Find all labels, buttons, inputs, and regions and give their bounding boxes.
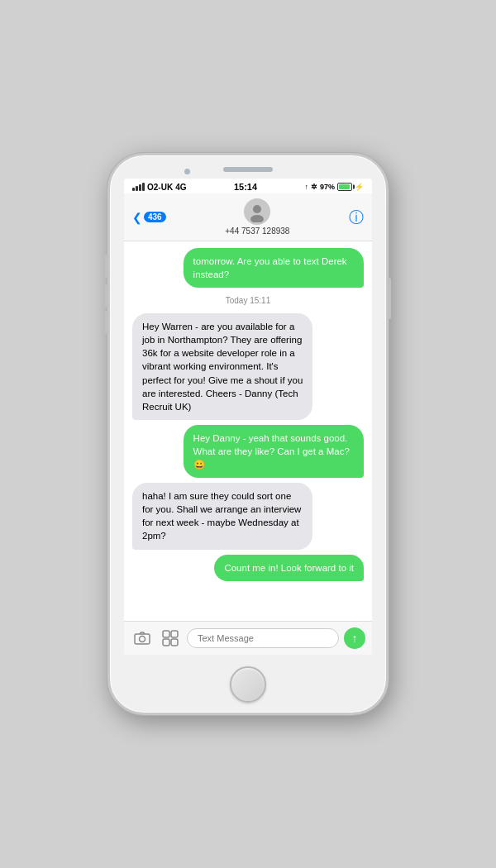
status-left: O2-UK 4G	[132, 183, 186, 192]
home-button[interactable]	[230, 666, 266, 703]
svg-rect-6	[163, 639, 169, 646]
message-text-2: Hey Warren - are you available for a job…	[142, 322, 303, 412]
camera-icon	[134, 632, 150, 645]
phone-frame: O2-UK 4G 15:14 ↑ ✲ 97% ⚡ ❮ 436	[107, 153, 389, 715]
signal-bar-2	[136, 186, 138, 191]
network-label: 4G	[175, 183, 186, 192]
phone-top-bar	[110, 155, 386, 179]
svg-rect-5	[171, 631, 178, 637]
message-bubble-sent-5: Count me in! Look forward to it	[214, 555, 364, 581]
camera-button[interactable]	[131, 627, 154, 650]
timestamp-1: Today 15:11	[132, 296, 364, 305]
phone-screen: O2-UK 4G 15:14 ↑ ✲ 97% ⚡ ❮ 436	[124, 179, 372, 655]
status-right: ↑ ✲ 97% ⚡	[304, 183, 364, 191]
back-chevron-icon: ❮	[132, 211, 142, 224]
message-bubble-received-4: haha! I am sure they could sort one for …	[132, 483, 312, 549]
svg-rect-4	[163, 631, 169, 637]
lightning-icon: ⚡	[355, 183, 364, 191]
svg-point-1	[250, 215, 264, 222]
battery-icon	[337, 183, 352, 191]
nav-bar: ❮ 436 +44 7537 128938 ⓘ	[124, 193, 372, 241]
speaker-slot	[223, 167, 273, 172]
nav-contact-info[interactable]: +44 7537 128938	[225, 198, 289, 236]
battery-percent: 97%	[320, 183, 335, 191]
status-bar: O2-UK 4G 15:14 ↑ ✲ 97% ⚡	[124, 179, 372, 193]
contact-phone-number: +44 7537 128938	[225, 227, 289, 236]
message-text-4: haha! I am sure they could sort one for …	[142, 491, 301, 541]
message-count-badge: 436	[144, 212, 166, 222]
svg-point-3	[140, 637, 145, 642]
avatar-icon	[246, 201, 268, 222]
messages-area: tomorrow. Are you able to text Derek ins…	[124, 241, 372, 621]
input-bar: ↑	[124, 621, 372, 655]
back-button[interactable]: ❮ 436	[132, 211, 166, 224]
appstore-button[interactable]	[159, 627, 182, 650]
carrier-label: O2-UK	[147, 183, 173, 192]
message-bubble-sent-1: tomorrow. Are you able to text Derek ins…	[184, 248, 364, 288]
bluetooth-icon: ✲	[311, 183, 317, 191]
message-text-1: tomorrow. Are you able to text Derek ins…	[193, 256, 347, 279]
signal-bar-3	[139, 184, 141, 191]
location-icon: ↑	[304, 183, 308, 191]
message-input[interactable]	[187, 628, 339, 648]
message-bubble-received-2: Hey Warren - are you available for a job…	[132, 313, 312, 420]
camera-dot	[184, 169, 190, 174]
status-time: 15:14	[234, 182, 257, 192]
appstore-icon	[162, 630, 179, 646]
message-text-5: Count me in! Look forward to it	[224, 563, 354, 573]
contact-avatar	[244, 198, 270, 225]
signal-bar-4	[142, 183, 145, 191]
message-bubble-sent-3: Hey Danny - yeah that sounds good. What …	[184, 425, 364, 478]
send-button[interactable]: ↑	[344, 627, 365, 649]
message-text-3: Hey Danny - yeah that sounds good. What …	[193, 433, 350, 470]
signal-bars	[132, 183, 145, 191]
battery-fill	[339, 184, 350, 189]
svg-point-0	[253, 205, 261, 213]
signal-bar-1	[132, 188, 135, 191]
info-button[interactable]: ⓘ	[349, 210, 364, 225]
svg-rect-7	[171, 639, 178, 646]
send-icon: ↑	[352, 632, 358, 645]
